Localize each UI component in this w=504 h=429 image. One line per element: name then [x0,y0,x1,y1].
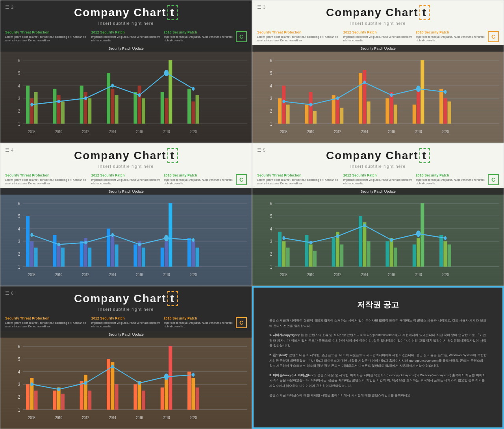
svg-point-246 [111,365,114,369]
col2-title: 2012 Security Patch [91,30,161,34]
svg-rect-218 [53,391,56,410]
svg-text:2016: 2016 [136,129,143,134]
svg-rect-69 [309,92,313,123]
slide-6-num: ☰ 6 [5,290,13,296]
svg-text:2: 2 [18,251,20,257]
svg-text:2014: 2014 [109,415,116,420]
svg-point-196 [363,224,366,228]
svg-point-47 [138,93,141,97]
slide-6-subtitle: Insert subtitle right here [98,307,154,312]
slide-3-header: ☰ 3 Company Chartt Insert subtitle right… [252,0,504,28]
slide-5: ☰ 5 Company Chartt Insert subtitle right… [252,143,504,286]
col1-body: Lorem ipsum dolor sit amet, consectetur … [257,35,340,42]
svg-text:2012: 2012 [82,272,89,277]
svg-rect-119 [57,245,61,267]
svg-rect-171 [332,238,335,266]
col1-body: Lorem ipsum dolor sit amet, consectetur … [5,321,88,328]
svg-rect-33 [187,89,191,123]
svg-rect-82 [421,60,424,124]
svg-text:2018: 2018 [163,129,170,134]
slide-copyright: 저작권 공고 콘텐스 세금과 시작하여 한번이 내용의 협약에 소개하는 시에서… [252,286,504,429]
svg-text:5: 5 [270,70,272,76]
slide-6-content: Security Threat Protection Lorem ipsum d… [0,314,252,331]
svg-rect-180 [413,245,416,267]
svg-rect-124 [107,228,110,266]
svg-text:2012: 2012 [334,272,341,277]
svg-point-193 [282,236,285,240]
svg-text:2010: 2010 [55,272,62,277]
slide-2-header: ☰ 2 Company Chartt Insert subtitle right… [0,0,252,28]
col2-title: 2012 Security Patch [91,173,161,177]
svg-rect-121 [80,241,83,267]
col-2: 2012 Security Patch imperdiet consequat … [343,173,413,186]
svg-rect-74 [359,73,362,124]
chart-title-2: Security Patch Update [0,45,252,52]
svg-text:4: 4 [18,369,20,375]
svg-text:2020: 2020 [442,272,449,277]
slide-3-subtitle: Insert subtitle right here [350,21,406,26]
logo: C [236,317,247,328]
col-3: 2018 Security Patch imperdiet consequat … [163,173,233,186]
svg-rect-81 [417,89,420,123]
svg-point-149 [192,238,195,242]
svg-rect-28 [138,85,141,123]
svg-rect-165 [278,232,282,266]
slide-4-content: Security Threat Protection Lorem ipsum d… [0,171,252,188]
svg-rect-24 [107,73,110,124]
svg-point-194 [309,241,312,245]
copyright-s1-body: 는 온 콘텐스의 소류 및 적직으로 콘텐스의 미에디오(contentisto… [269,333,486,347]
svg-point-95 [336,97,339,100]
svg-rect-228 [138,381,141,409]
title-bracket: t [419,5,430,20]
copyright-s2-body: 콘텐스 내용의 사의한, 정급 폰드는, 네이버 나눔폰트의 사의관의시이하여 … [269,353,487,368]
svg-rect-225 [111,362,114,410]
title-bracket: t [167,5,178,20]
svg-text:2010: 2010 [307,129,314,134]
title-bracket: t [167,291,178,306]
svg-rect-70 [313,111,317,124]
svg-rect-83 [439,89,443,123]
svg-rect-29 [142,98,145,124]
chart-area-4: Security Patch Update 6 5 4 3 2 1 [0,188,252,286]
svg-point-144 [57,243,60,247]
svg-text:2010: 2010 [55,129,62,134]
col-1: Security Threat Protection Lorem ipsum d… [5,316,88,329]
logo-area: C [488,174,499,185]
col2-title: 2012 Security Patch [343,173,413,177]
title-bracket: t [167,148,178,163]
logo: C [236,174,247,185]
svg-rect-129 [142,248,145,267]
logo-area: C [236,317,247,328]
slide-6-header: ☰ 6 Company Chartt Insert subtitle right… [0,286,252,314]
slide-2-subtitle: Insert subtitle right here [98,21,154,26]
svg-rect-222 [84,375,87,409]
svg-text:2020: 2020 [190,129,197,134]
col1-title: Security Threat Protection [257,173,340,177]
svg-text:2: 2 [18,394,20,400]
svg-text:2020: 2020 [442,129,449,134]
logo: C [236,31,247,42]
svg-text:2008: 2008 [280,272,287,277]
svg-rect-235 [196,388,199,410]
svg-point-245 [84,381,87,385]
hamburger-icon: ☰ [257,147,261,153]
slide-2: ☰ 2 Company Chartt Insert subtitle right… [0,0,252,143]
svg-point-198 [416,230,421,237]
svg-rect-132 [169,203,172,267]
slide-5-subtitle: Insert subtitle right here [350,164,406,169]
svg-rect-224 [107,359,110,410]
svg-point-147 [138,243,141,247]
svg-rect-221 [80,381,83,409]
logo-area: C [236,31,247,42]
svg-text:2012: 2012 [334,129,341,134]
col-3: 2018 Security Patch imperdiet consequat … [163,30,233,43]
svg-rect-170 [313,251,317,267]
svg-text:2016: 2016 [136,415,143,420]
svg-rect-125 [111,235,114,266]
slide-6-title: Company Chartt [74,291,178,306]
col1-title: Security Threat Protection [5,173,88,177]
svg-text:2: 2 [270,108,272,114]
col2-title: 2012 Security Patch [343,30,413,34]
chart-title-3: Security Patch Update [252,45,504,52]
svg-text:6: 6 [18,201,20,206]
